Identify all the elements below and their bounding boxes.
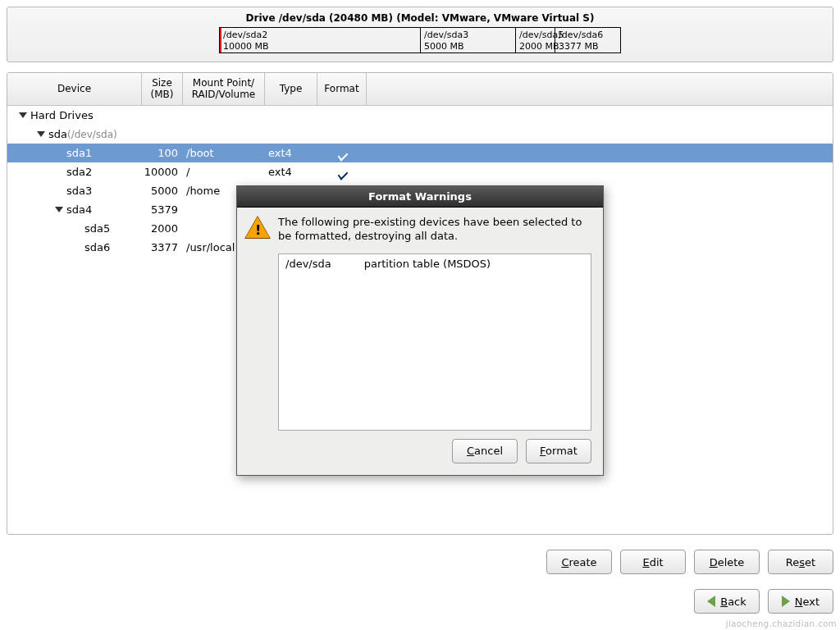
- row-label: Hard Drives: [30, 109, 94, 121]
- row-hint: (/dev/sda): [67, 129, 117, 140]
- row-size: 5000: [142, 185, 183, 197]
- row-label: sda: [48, 128, 67, 140]
- drive-summary-title: Drive /dev/sda (20480 MB) (Model: VMware…: [246, 12, 595, 24]
- expander-icon[interactable]: [37, 131, 45, 137]
- delete-button[interactable]: Delete: [694, 550, 760, 574]
- partition-map-segment[interactable]: /dev/sda63377 MB: [555, 28, 620, 52]
- partition-map-segment[interactable]: /dev/sda52000 MB: [515, 28, 555, 52]
- checkmark-icon: [336, 166, 349, 179]
- tree-group-row[interactable]: Hard Drives: [7, 106, 833, 125]
- warning-icon: !: [245, 216, 270, 240]
- column-header-format[interactable]: Format: [317, 73, 367, 105]
- tree-group-row[interactable]: sda (/dev/sda): [7, 125, 833, 144]
- drive-summary-panel: Drive /dev/sda (20480 MB) (Model: VMware…: [7, 7, 833, 62]
- row-size: 10000: [142, 166, 183, 178]
- reset-button[interactable]: Reset: [768, 550, 833, 574]
- partition-row[interactable]: sda210000/ext4: [7, 162, 833, 181]
- row-label: sda3: [66, 185, 92, 197]
- watermark-text: jiaocheng.chazidian.com: [726, 619, 837, 628]
- column-header-spacer: [367, 73, 833, 105]
- row-size: 3377: [142, 241, 183, 253]
- row-mount: /boot: [183, 147, 265, 159]
- row-format: [317, 147, 367, 160]
- row-label: sda5: [84, 222, 110, 235]
- format-warnings-dialog: Format Warnings ! The following pre-exis…: [236, 185, 604, 476]
- dialog-device-row[interactable]: /dev/sdapartition table (MSDOS): [285, 258, 584, 270]
- dialog-title: Format Warnings: [368, 190, 472, 203]
- column-header-size[interactable]: Size(MB): [142, 73, 183, 105]
- row-label: sda2: [66, 166, 92, 178]
- column-header-type[interactable]: Type: [265, 73, 317, 105]
- checkmark-icon: [336, 147, 349, 160]
- row-label: sda1: [66, 147, 92, 159]
- dialog-device-desc: partition table (MSDOS): [364, 258, 491, 270]
- dialog-message: The following pre-existing devices have …: [278, 216, 591, 244]
- row-format: [317, 166, 367, 179]
- dialog-device-name: /dev/sda: [285, 258, 331, 270]
- row-label: sda6: [84, 241, 110, 253]
- row-label: sda4: [66, 203, 92, 216]
- dialog-action-row: Cancel Format: [237, 439, 603, 475]
- column-header-device[interactable]: Device: [7, 73, 142, 105]
- column-header-mount[interactable]: Mount Point/RAID/Volume: [183, 73, 265, 105]
- row-type: ext4: [265, 166, 317, 178]
- row-size: 2000: [142, 222, 183, 235]
- arrow-right-icon: [782, 596, 790, 607]
- drive-partition-map[interactable]: /dev/sda210000 MB/dev/sda35000 MB/dev/sd…: [219, 27, 621, 53]
- partition-map-segment[interactable]: /dev/sda35000 MB: [420, 28, 515, 52]
- row-size: 5379: [142, 203, 183, 216]
- create-button[interactable]: Create: [546, 550, 612, 574]
- wizard-nav-row: Back Next: [694, 589, 833, 614]
- partition-row[interactable]: sda1100/bootext4: [7, 144, 833, 162]
- arrow-left-icon: [707, 596, 715, 607]
- expander-icon[interactable]: [55, 207, 63, 212]
- partition-map-segment[interactable]: /dev/sda210000 MB: [220, 28, 420, 52]
- row-size: 100: [142, 147, 183, 159]
- edit-button[interactable]: Edit: [620, 550, 686, 574]
- expander-icon[interactable]: [19, 112, 27, 118]
- cancel-button[interactable]: Cancel: [452, 439, 518, 463]
- back-button[interactable]: Back: [694, 589, 760, 614]
- next-button[interactable]: Next: [768, 589, 833, 614]
- dialog-titlebar[interactable]: Format Warnings: [237, 186, 603, 208]
- column-header-row: Device Size(MB) Mount Point/RAID/Volume …: [7, 73, 833, 106]
- format-button[interactable]: Format: [526, 439, 591, 463]
- row-type: ext4: [265, 147, 317, 159]
- dialog-device-list[interactable]: /dev/sdapartition table (MSDOS): [278, 253, 591, 431]
- row-mount: /: [183, 166, 265, 178]
- partition-action-row: Create Edit Delete Reset: [546, 550, 833, 574]
